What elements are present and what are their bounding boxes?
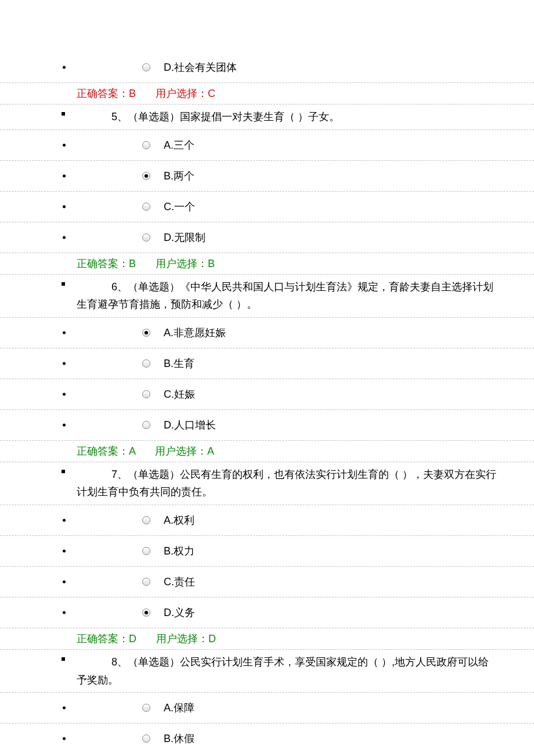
question-type: （单选题） [128, 281, 180, 293]
list-bullet-icon [63, 580, 66, 583]
option-label: C.一个 [164, 201, 195, 213]
option-label: A.权利 [164, 514, 194, 526]
list-bullet-icon [63, 66, 66, 69]
radio-icon[interactable] [142, 735, 150, 743]
list-bullet-icon [63, 737, 66, 740]
list-bullet-icon [63, 174, 66, 177]
option-label: D.无限制 [164, 232, 205, 243]
radio-icon[interactable] [142, 547, 150, 555]
list-square-icon [62, 112, 65, 116]
list-bullet-icon [63, 143, 66, 146]
q5-option-b[interactable]: B.两个 [0, 161, 534, 192]
question-type: （单选题） [128, 656, 180, 668]
radio-icon[interactable] [142, 421, 150, 429]
radio-icon[interactable] [142, 63, 150, 71]
q7-option-a[interactable]: A.权利 [0, 505, 534, 536]
option-label: C.责任 [164, 576, 195, 588]
radio-icon[interactable] [142, 516, 150, 524]
q7-feedback: 正确答案：D 用户选择：D [0, 628, 534, 650]
question-text: 国家提倡一对夫妻生育（ ）子女。 [180, 111, 340, 123]
quiz-page: D.社会有关团体 正确答案：B 用户选择：C 5、（单选题）国家提倡一对夫妻生育… [0, 0, 534, 756]
option-label: C.妊娠 [164, 388, 195, 400]
q7-question: 7、（单选题）公民有生育的权利，也有依法实行计划生育的（ ），夫妻双方在实行计划… [0, 462, 534, 505]
option-label: B.权力 [164, 545, 194, 557]
q5-option-d[interactable]: D.无限制 [0, 222, 534, 253]
q6-option-c[interactable]: C.妊娠 [0, 379, 534, 410]
option-label: D.社会有关团体 [164, 62, 237, 73]
radio-icon[interactable] [142, 578, 150, 586]
q6-feedback: 正确答案：A 用户选择：A [0, 441, 534, 462]
list-bullet-icon [63, 205, 66, 208]
radio-icon[interactable] [142, 329, 150, 337]
list-square-icon [62, 470, 65, 473]
list-square-icon [62, 657, 65, 661]
q6-option-b[interactable]: B.生育 [0, 348, 534, 379]
radio-icon[interactable] [142, 203, 150, 211]
user-choice: 用户选择：C [156, 88, 215, 99]
correct-answer: 正确答案：A [77, 445, 135, 457]
q8-question: 8、（单选题）公民实行计划生育手术，享受国家规定的（ ）,地方人民政府可以给予奖… [0, 650, 534, 693]
question-number: 7、 [111, 469, 128, 480]
option-label: A.保障 [164, 702, 194, 714]
list-bullet-icon [63, 362, 66, 365]
question-number: 6、 [111, 281, 128, 293]
option-label: B.两个 [164, 170, 194, 182]
radio-icon[interactable] [142, 359, 150, 368]
list-bullet-icon [63, 423, 66, 426]
q8-option-a[interactable]: A.保障 [0, 693, 534, 723]
list-bullet-icon [63, 393, 66, 395]
option-label: A.非意愿妊娠 [164, 327, 226, 339]
user-choice: 用户选择：B [156, 258, 215, 269]
correct-answer: 正确答案：D [77, 633, 136, 645]
user-choice: 用户选择：A [155, 445, 214, 457]
radio-icon[interactable] [142, 390, 150, 398]
q7-option-d[interactable]: D.义务 [0, 597, 534, 628]
correct-answer: 正确答案：B [77, 88, 136, 99]
q6-question: 6、（单选题）《中华人民共和国人口与计划生育法》规定，育龄夫妻自主选择计划生育避… [0, 275, 534, 318]
question-number: 8、 [111, 656, 128, 668]
question-type: （单选题） [128, 469, 180, 480]
list-bullet-icon [63, 236, 66, 239]
radio-icon[interactable] [142, 141, 150, 149]
list-square-icon [62, 282, 65, 286]
option-label: D.人口增长 [164, 419, 216, 431]
q6-option-a[interactable]: A.非意愿妊娠 [0, 318, 534, 348]
option-label: B.休假 [164, 733, 194, 744]
radio-icon[interactable] [142, 172, 150, 180]
list-bullet-icon [63, 331, 66, 334]
correct-answer: 正确答案：B [77, 258, 136, 269]
radio-icon[interactable] [142, 609, 150, 617]
question-type: （单选题） [128, 111, 180, 123]
q5-option-c[interactable]: C.一个 [0, 192, 534, 222]
list-bullet-icon [63, 611, 66, 614]
q6-option-d[interactable]: D.人口增长 [0, 410, 534, 441]
list-bullet-icon [63, 519, 66, 521]
question-number: 5、 [111, 111, 128, 123]
q5-question: 5、（单选题）国家提倡一对夫妻生育（ ）子女。 [0, 105, 534, 130]
radio-icon[interactable] [142, 233, 150, 242]
q8-option-b[interactable]: B.休假 [0, 723, 534, 754]
q5-feedback: 正确答案：B 用户选择：B [0, 253, 534, 275]
option-label: A.三个 [164, 139, 194, 151]
user-choice: 用户选择：D [156, 633, 216, 645]
q4-option-d[interactable]: D.社会有关团体 [0, 52, 534, 83]
q7-option-b[interactable]: B.权力 [0, 536, 534, 567]
q5-option-a[interactable]: A.三个 [0, 130, 534, 161]
list-bullet-icon [63, 707, 66, 710]
q4-feedback: 正确答案：B 用户选择：C [0, 83, 534, 105]
radio-icon[interactable] [142, 704, 150, 712]
option-label: B.生育 [164, 358, 194, 369]
option-label: D.义务 [164, 607, 195, 618]
list-bullet-icon [63, 549, 66, 552]
q7-option-c[interactable]: C.责任 [0, 567, 534, 597]
